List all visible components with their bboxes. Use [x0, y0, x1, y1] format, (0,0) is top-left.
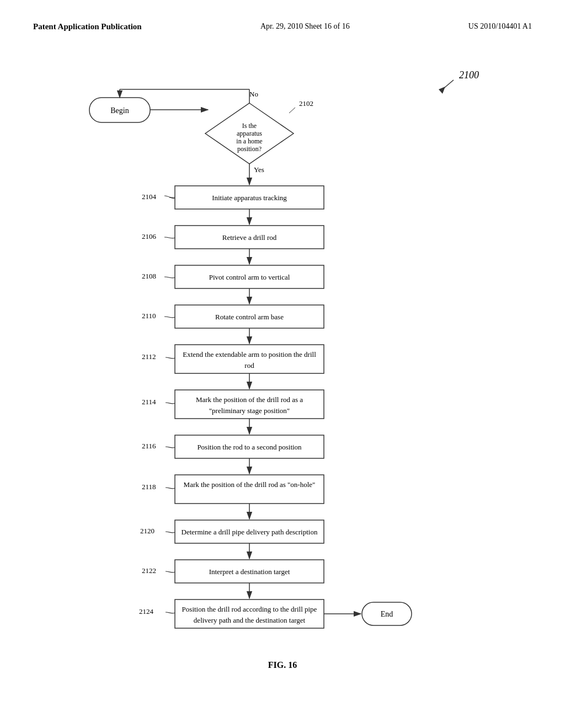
ref-2106: 2106 [142, 232, 157, 240]
node-2110-text: Rotate control arm base [215, 313, 284, 321]
node-2114-text1: Mark the position of the drill rod as a [196, 395, 303, 404]
page-header: Patent Application Publication Apr. 29, … [33, 22, 532, 31]
ref-2122: 2122 [142, 566, 156, 575]
page: Patent Application Publication Apr. 29, … [0, 0, 565, 728]
node-2118 [175, 475, 324, 504]
flowchart-container: 2100 Begin Is the apparatus in a home po… [33, 48, 532, 655]
figure-caption: FIG. 16 [33, 660, 532, 670]
node-2102-text3: in a home [236, 137, 262, 145]
node-2106-text: Retrieve a drill rod [222, 233, 277, 242]
ref-2110-arrow [164, 317, 175, 318]
ref-2114: 2114 [142, 398, 156, 406]
node-2102-text4: position? [237, 145, 262, 153]
node-2124-text1: Position the drill rod according to the … [182, 605, 317, 613]
ref-2102: 2102 [299, 99, 313, 108]
ref-2108-arrow [164, 277, 175, 278]
node-2120-text: Determine a drill pipe delivery path des… [182, 528, 318, 536]
node-2122-text: Interpret a destination target [209, 568, 290, 576]
publication-title: Patent Application Publication [33, 22, 142, 31]
ref-2116-arrow [166, 447, 175, 448]
svg-marker-2 [439, 87, 445, 94]
flowchart-svg: 2100 Begin Is the apparatus in a home po… [56, 48, 509, 655]
node-2102-text2: apparatus [237, 130, 262, 137]
ref-2112: 2112 [142, 352, 156, 361]
ref-2118: 2118 [142, 483, 156, 491]
node-2114-text2: "preliminary stage position" [209, 406, 290, 415]
patent-number: US 2010/104401 A1 [468, 22, 532, 31]
ref-2112-arrow [166, 357, 175, 358]
ref-2124: 2124 [139, 607, 154, 615]
ref-2104-arrow [164, 196, 175, 199]
node-2116-text: Position the rod to a second position [197, 443, 302, 451]
ref-2120-arrow [166, 532, 175, 533]
node-2108-text: Pivot control arm to vertical [209, 273, 290, 281]
ref-2124-arrow [166, 612, 175, 613]
node-2104-text: Initiate apparatus tracking [212, 194, 287, 202]
ref-2116: 2116 [142, 442, 156, 450]
no-label: No [249, 90, 258, 98]
ref-2114-arrow [166, 403, 175, 404]
ref-2118-arrow [166, 488, 175, 489]
node-2112-text2: rod [244, 361, 254, 370]
ref-2104: 2104 [142, 192, 157, 201]
ref-2122-arrow [166, 571, 175, 572]
svg-line-3 [289, 108, 295, 113]
ref-2106-arrow [164, 237, 175, 238]
ref-2120: 2120 [140, 527, 154, 535]
yes-label: Yes [254, 165, 264, 174]
ref-2108: 2108 [142, 272, 156, 280]
begin-label: Begin [110, 106, 129, 115]
node-2102-text1: Is the [242, 122, 257, 130]
sheet-info: Apr. 29, 2010 Sheet 16 of 16 [260, 22, 350, 31]
ref-2110: 2110 [142, 312, 156, 320]
diagram-ref-2100: 2100 [459, 69, 479, 81]
node-2118-text1: Mark the position of the drill rod as "o… [184, 480, 316, 489]
end-label: End [381, 610, 393, 618]
node-2112-text1: Extend the extendable arm to position th… [183, 350, 316, 358]
node-2124-text2: delivery path and the destination target [194, 616, 306, 624]
